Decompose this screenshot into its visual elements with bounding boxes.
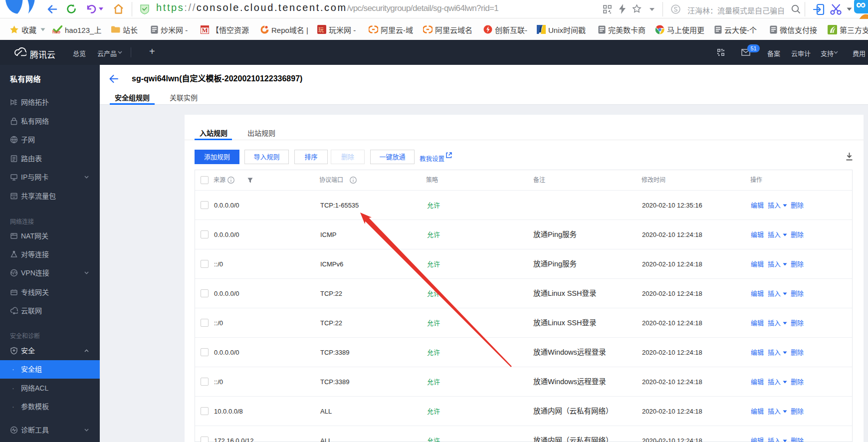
svg-text:M: M <box>202 26 208 34</box>
svg-text:玩: 玩 <box>318 27 324 33</box>
svg-text:hao: hao <box>52 29 61 34</box>
